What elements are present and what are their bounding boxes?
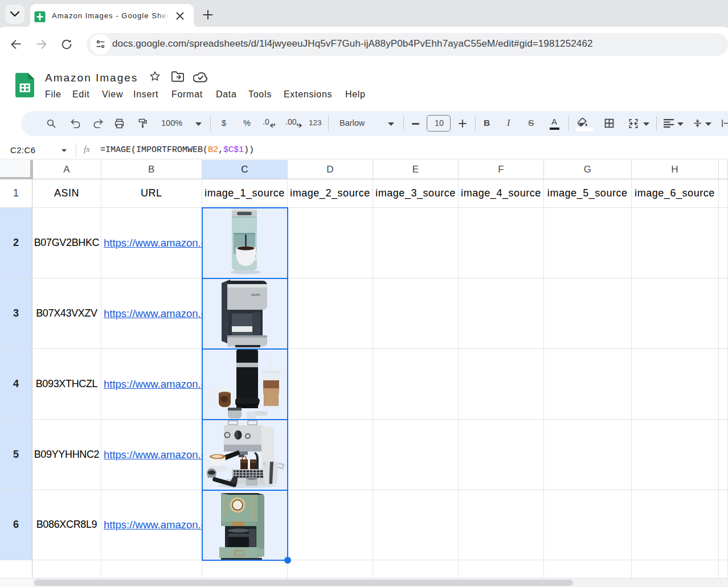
svg-text:KRUPS: KRUPS	[251, 294, 260, 297]
